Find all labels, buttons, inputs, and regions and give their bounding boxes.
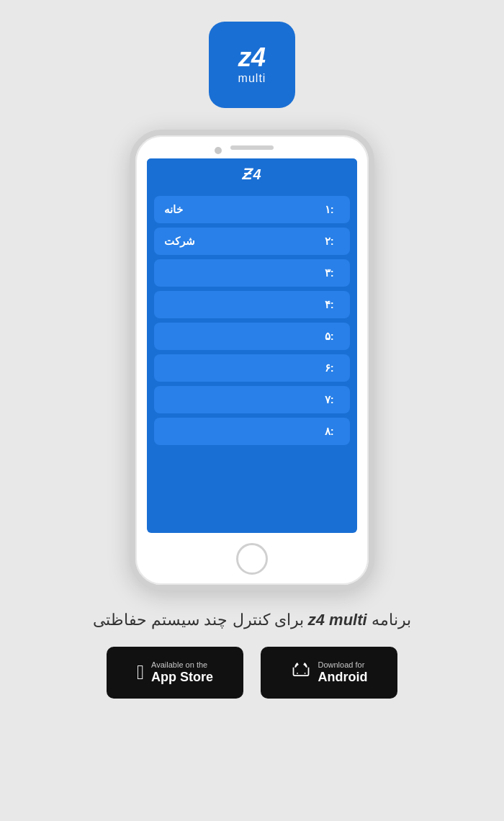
screen-header: Ƶ4 xyxy=(147,158,357,190)
item-number: :۴ xyxy=(325,298,334,311)
android-bottom-label: Android xyxy=(318,670,368,686)
item-number: :۷ xyxy=(325,393,334,406)
logo-z4-text: z4 xyxy=(238,45,266,71)
screen-list-item[interactable]: :۶ xyxy=(154,354,350,382)
screen-list-item[interactable]: :۸ xyxy=(154,418,350,445)
description-before: برنامه xyxy=(367,611,411,629)
screen-list-item[interactable]: :۳ xyxy=(154,259,350,287)
screen-list-item[interactable]: :۴ xyxy=(154,291,350,318)
item-number: :۳ xyxy=(325,266,334,279)
description-after: برای کنترل چند سیستم حفاظتی xyxy=(93,611,308,629)
screen-list-item[interactable]: شرکت:۲ xyxy=(154,228,350,255)
screen-list-item[interactable]: خانه:۱ xyxy=(154,196,350,223)
phone-mockup: Ƶ4 خانه:۱شرکت:۲:۳:۴:۵:۶:۷:۸ xyxy=(130,130,374,591)
screen-list-item[interactable]: :۵ xyxy=(154,323,350,350)
appstore-button[interactable]:  Available on the App Store xyxy=(107,647,243,699)
logo-multi-text: multi xyxy=(238,72,266,85)
apple-icon:  xyxy=(137,661,144,684)
item-label: شرکت xyxy=(164,235,195,248)
item-number: :۸ xyxy=(325,425,334,438)
item-number: :۶ xyxy=(325,362,334,374)
store-buttons-row:  Available on the App Store Download fo… xyxy=(107,647,397,699)
phone-home-button[interactable] xyxy=(236,543,268,575)
app-logo: z4 multi xyxy=(209,22,295,108)
android-icon xyxy=(291,660,311,686)
description-text: برنامه z4 multi برای کنترل چند سیستم حفا… xyxy=(78,611,426,629)
item-number: :۱ xyxy=(325,203,334,216)
item-label: خانه xyxy=(164,203,183,216)
screen-items-list: خانه:۱شرکت:۲:۳:۴:۵:۶:۷:۸ xyxy=(147,190,357,533)
android-top-label: Download for xyxy=(318,660,368,670)
screen-list-item[interactable]: :۷ xyxy=(154,386,350,413)
phone-speaker xyxy=(230,145,274,150)
item-number: :۵ xyxy=(325,330,334,343)
description-brand: z4 multi xyxy=(308,611,367,629)
appstore-top-label: Available on the xyxy=(151,660,213,670)
appstore-bottom-label: App Store xyxy=(151,670,213,686)
android-button[interactable]: Download for Android xyxy=(261,647,397,699)
item-number: :۲ xyxy=(325,235,334,248)
phone-screen: Ƶ4 خانه:۱شرکت:۲:۳:۴:۵:۶:۷:۸ xyxy=(147,158,357,533)
phone-camera xyxy=(215,147,222,154)
